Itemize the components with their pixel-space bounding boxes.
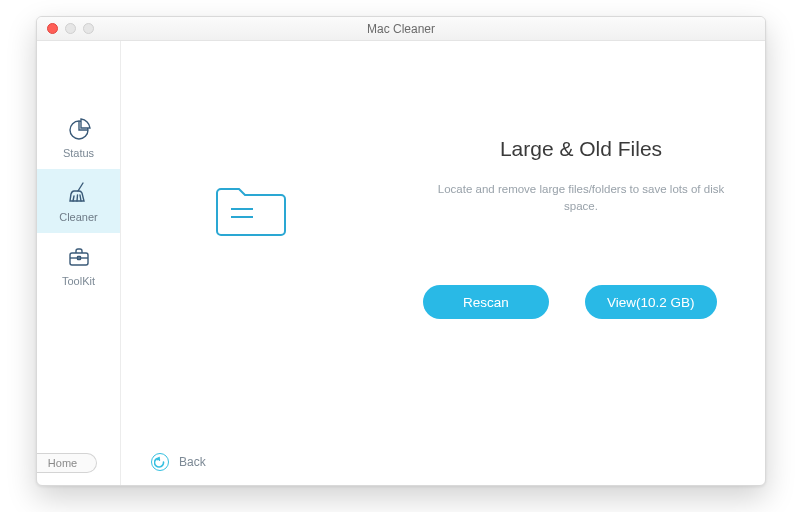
close-window-button[interactable] [47,23,58,34]
folder-icon [213,181,289,241]
app-window: Mac Cleaner Status [36,16,766,486]
back-button[interactable]: Back [151,453,206,471]
page-title: Large & Old Files [421,137,741,161]
briefcase-icon [65,243,93,271]
sidebar-item-toolkit[interactable]: ToolKit [37,233,120,297]
window-title: Mac Cleaner [37,22,765,36]
sidebar: Status Cleaner [37,41,121,485]
content-block: Large & Old Files Locate and remove larg… [421,137,741,216]
broom-icon [65,179,93,207]
home-label: Home [48,457,77,469]
window-body: Status Cleaner [37,41,765,485]
sidebar-item-label: Status [63,147,94,159]
rescan-button[interactable]: Rescan [423,285,549,319]
sidebar-item-cleaner[interactable]: Cleaner [37,169,120,233]
view-button[interactable]: View(10.2 GB) [585,285,717,319]
sidebar-item-status[interactable]: Status [37,105,120,169]
window-controls [37,23,94,34]
button-label: Rescan [463,295,509,310]
sidebar-item-label: Cleaner [59,211,98,223]
action-buttons: Rescan View(10.2 GB) [423,285,717,319]
back-arrow-icon [151,453,169,471]
maximize-window-button[interactable] [83,23,94,34]
sidebar-item-label: ToolKit [62,275,95,287]
back-label: Back [179,455,206,469]
button-label: View(10.2 GB) [607,295,695,310]
minimize-window-button[interactable] [65,23,76,34]
home-button[interactable]: Home [36,453,97,473]
pie-chart-icon [65,115,93,143]
main-panel: Large & Old Files Locate and remove larg… [121,41,765,485]
titlebar: Mac Cleaner [37,17,765,41]
page-description: Locate and remove large files/folders to… [421,181,741,216]
